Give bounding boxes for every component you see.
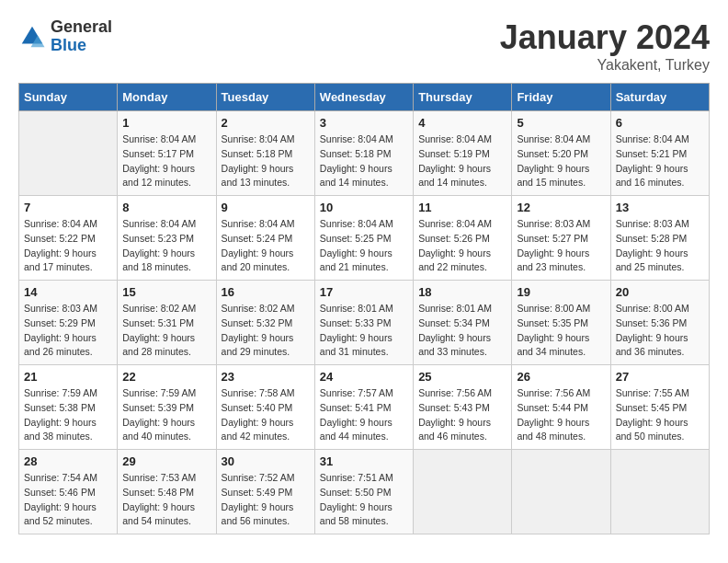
calendar-cell (610, 450, 709, 534)
calendar-cell: 10Sunrise: 8:04 AMSunset: 5:25 PMDayligh… (314, 196, 413, 281)
logo-text: General Blue (51, 18, 112, 55)
calendar-cell: 30Sunrise: 7:52 AMSunset: 5:49 PMDayligh… (216, 450, 314, 534)
header-row: SundayMondayTuesdayWednesdayThursdayFrid… (19, 84, 710, 111)
day-number: 26 (517, 370, 605, 384)
calendar-cell: 19Sunrise: 8:00 AMSunset: 5:35 PMDayligh… (512, 281, 610, 365)
calendar-cell: 14Sunrise: 8:03 AMSunset: 5:29 PMDayligh… (19, 281, 118, 365)
calendar-cell: 3Sunrise: 8:04 AMSunset: 5:18 PMDaylight… (314, 111, 413, 196)
day-info: Sunrise: 8:04 AMSunset: 5:25 PMDaylight:… (320, 217, 408, 275)
day-info: Sunrise: 8:02 AMSunset: 5:32 PMDaylight:… (222, 302, 310, 360)
day-info: Sunrise: 8:04 AMSunset: 5:18 PMDaylight:… (320, 132, 408, 190)
day-info: Sunrise: 7:54 AMSunset: 5:46 PMDaylight:… (24, 471, 112, 529)
day-info: Sunrise: 8:04 AMSunset: 5:21 PMDaylight:… (616, 132, 704, 190)
logo-general: General (51, 18, 112, 37)
day-number: 4 (418, 116, 506, 130)
week-row-0: 1Sunrise: 8:04 AMSunset: 5:17 PMDaylight… (19, 111, 710, 196)
day-info: Sunrise: 8:00 AMSunset: 5:35 PMDaylight:… (517, 302, 605, 360)
day-info: Sunrise: 7:56 AMSunset: 5:44 PMDaylight:… (517, 386, 605, 444)
day-number: 25 (418, 370, 506, 384)
month-title: January 2024 (500, 18, 710, 57)
calendar-cell: 18Sunrise: 8:01 AMSunset: 5:34 PMDayligh… (414, 281, 512, 365)
header-sunday: Sunday (19, 84, 118, 111)
calendar-table: SundayMondayTuesdayWednesdayThursdayFrid… (18, 83, 710, 534)
calendar-header: SundayMondayTuesdayWednesdayThursdayFrid… (19, 84, 710, 111)
day-info: Sunrise: 7:59 AMSunset: 5:39 PMDaylight:… (122, 386, 210, 444)
day-info: Sunrise: 7:51 AMSunset: 5:50 PMDaylight:… (320, 471, 408, 529)
day-number: 7 (24, 201, 112, 214)
day-info: Sunrise: 8:03 AMSunset: 5:27 PMDaylight:… (517, 217, 605, 275)
day-info: Sunrise: 8:03 AMSunset: 5:28 PMDaylight:… (616, 217, 704, 275)
day-number: 1 (122, 116, 210, 130)
day-number: 30 (222, 454, 310, 468)
day-info: Sunrise: 8:04 AMSunset: 5:22 PMDaylight:… (24, 217, 112, 275)
calendar-cell: 7Sunrise: 8:04 AMSunset: 5:22 PMDaylight… (19, 196, 118, 281)
calendar-cell: 26Sunrise: 7:56 AMSunset: 5:44 PMDayligh… (512, 365, 610, 450)
day-number: 29 (122, 454, 210, 468)
day-number: 5 (517, 116, 605, 130)
day-info: Sunrise: 7:56 AMSunset: 5:43 PMDaylight:… (418, 386, 506, 444)
day-number: 11 (418, 201, 506, 214)
day-number: 10 (320, 201, 408, 214)
day-number: 19 (517, 285, 605, 299)
calendar-cell (512, 450, 610, 534)
calendar-cell: 31Sunrise: 7:51 AMSunset: 5:50 PMDayligh… (314, 450, 413, 534)
day-number: 14 (24, 285, 112, 299)
day-number: 24 (320, 370, 408, 384)
calendar-cell: 9Sunrise: 8:04 AMSunset: 5:24 PMDaylight… (216, 196, 314, 281)
calendar-body: 1Sunrise: 8:04 AMSunset: 5:17 PMDaylight… (19, 111, 710, 534)
week-row-4: 28Sunrise: 7:54 AMSunset: 5:46 PMDayligh… (19, 450, 710, 534)
calendar-cell: 23Sunrise: 7:58 AMSunset: 5:40 PMDayligh… (216, 365, 314, 450)
header-saturday: Saturday (610, 84, 709, 111)
calendar-cell: 5Sunrise: 8:04 AMSunset: 5:20 PMDaylight… (512, 111, 610, 196)
day-number: 8 (122, 201, 210, 214)
calendar-cell: 2Sunrise: 8:04 AMSunset: 5:18 PMDaylight… (216, 111, 314, 196)
calendar-cell: 4Sunrise: 8:04 AMSunset: 5:19 PMDaylight… (414, 111, 512, 196)
day-info: Sunrise: 8:04 AMSunset: 5:20 PMDaylight:… (517, 132, 605, 190)
calendar-cell: 27Sunrise: 7:55 AMSunset: 5:45 PMDayligh… (610, 365, 709, 450)
day-number: 9 (222, 201, 310, 214)
week-row-1: 7Sunrise: 8:04 AMSunset: 5:22 PMDaylight… (19, 196, 710, 281)
day-number: 18 (418, 285, 506, 299)
day-number: 27 (616, 370, 704, 384)
day-number: 21 (24, 370, 112, 384)
day-number: 12 (517, 201, 605, 214)
day-number: 2 (222, 116, 310, 130)
calendar-cell: 22Sunrise: 7:59 AMSunset: 5:39 PMDayligh… (118, 365, 216, 450)
calendar-cell: 1Sunrise: 8:04 AMSunset: 5:17 PMDaylight… (118, 111, 216, 196)
header-monday: Monday (118, 84, 216, 111)
page-header: General Blue January 2024 Yakakent, Turk… (18, 18, 710, 74)
day-number: 31 (320, 454, 408, 468)
day-info: Sunrise: 7:58 AMSunset: 5:40 PMDaylight:… (222, 386, 310, 444)
location: Yakakent, Turkey (500, 57, 710, 74)
header-thursday: Thursday (414, 84, 512, 111)
day-number: 3 (320, 116, 408, 130)
day-info: Sunrise: 7:53 AMSunset: 5:48 PMDaylight:… (122, 471, 210, 529)
calendar-cell: 28Sunrise: 7:54 AMSunset: 5:46 PMDayligh… (19, 450, 118, 534)
calendar-cell: 17Sunrise: 8:01 AMSunset: 5:33 PMDayligh… (314, 281, 413, 365)
calendar-cell: 12Sunrise: 8:03 AMSunset: 5:27 PMDayligh… (512, 196, 610, 281)
day-info: Sunrise: 8:01 AMSunset: 5:34 PMDaylight:… (418, 302, 506, 360)
calendar-cell: 29Sunrise: 7:53 AMSunset: 5:48 PMDayligh… (118, 450, 216, 534)
header-tuesday: Tuesday (216, 84, 314, 111)
day-number: 20 (616, 285, 704, 299)
title-block: January 2024 Yakakent, Turkey (500, 18, 710, 74)
day-info: Sunrise: 8:04 AMSunset: 5:19 PMDaylight:… (418, 132, 506, 190)
calendar-cell: 6Sunrise: 8:04 AMSunset: 5:21 PMDaylight… (610, 111, 709, 196)
day-info: Sunrise: 7:52 AMSunset: 5:49 PMDaylight:… (222, 471, 310, 529)
day-info: Sunrise: 8:03 AMSunset: 5:29 PMDaylight:… (24, 302, 112, 360)
day-number: 16 (222, 285, 310, 299)
logo-icon (18, 23, 46, 51)
calendar-cell: 11Sunrise: 8:04 AMSunset: 5:26 PMDayligh… (414, 196, 512, 281)
calendar-cell (414, 450, 512, 534)
day-info: Sunrise: 8:04 AMSunset: 5:23 PMDaylight:… (122, 217, 210, 275)
day-number: 6 (616, 116, 704, 130)
day-info: Sunrise: 8:00 AMSunset: 5:36 PMDaylight:… (616, 302, 704, 360)
calendar-cell (19, 111, 118, 196)
calendar-cell: 20Sunrise: 8:00 AMSunset: 5:36 PMDayligh… (610, 281, 709, 365)
day-info: Sunrise: 7:57 AMSunset: 5:41 PMDaylight:… (320, 386, 408, 444)
calendar-cell: 13Sunrise: 8:03 AMSunset: 5:28 PMDayligh… (610, 196, 709, 281)
logo-blue: Blue (51, 37, 112, 55)
calendar-cell: 21Sunrise: 7:59 AMSunset: 5:38 PMDayligh… (19, 365, 118, 450)
calendar-cell: 8Sunrise: 8:04 AMSunset: 5:23 PMDaylight… (118, 196, 216, 281)
day-info: Sunrise: 8:04 AMSunset: 5:26 PMDaylight:… (418, 217, 506, 275)
